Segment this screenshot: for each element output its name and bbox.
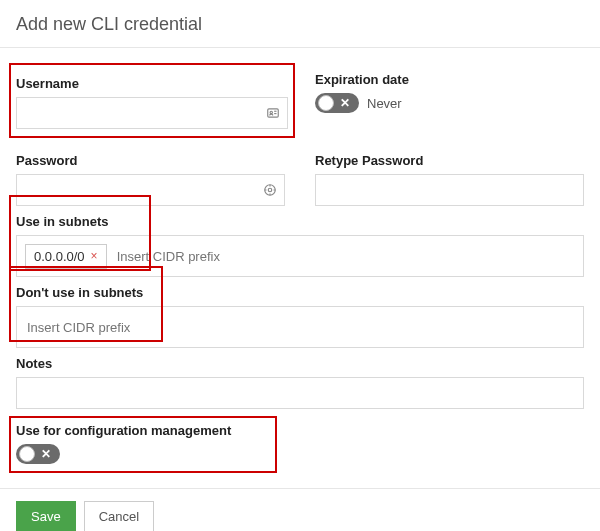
save-button[interactable]: Save — [16, 501, 76, 531]
use-in-subnets-input[interactable] — [115, 244, 575, 268]
col-expiration: Expiration date ✕ Never — [315, 64, 584, 137]
col-retype-password: Retype Password — [315, 145, 584, 206]
password-label: Password — [16, 153, 285, 168]
row-username-expiration: Username Expiration date ✕ — [16, 64, 584, 137]
dialog-footer: Save Cancel — [0, 488, 600, 531]
retype-password-label: Retype Password — [315, 153, 584, 168]
config-mgmt-toggle-line: ✕ — [16, 444, 270, 464]
highlight-dont-use-in-subnets-wrap — [16, 259, 162, 345]
highlight-dont-use-in-subnets — [10, 267, 162, 341]
cancel-button[interactable]: Cancel — [84, 501, 154, 531]
section-dont-use-in-subnets: Don't use in subnets — [16, 285, 584, 348]
expiration-toggle-line: ✕ Never — [315, 93, 584, 113]
retype-password-input[interactable] — [315, 174, 584, 206]
expiration-label: Expiration date — [315, 72, 584, 87]
svg-rect-0 — [268, 109, 279, 117]
svg-point-5 — [268, 188, 272, 192]
close-icon: ✕ — [340, 97, 350, 109]
username-input[interactable] — [16, 97, 288, 129]
col-username: Username — [16, 64, 285, 137]
highlight-use-in-subnets-wrap — [16, 188, 150, 274]
toggle-knob — [318, 95, 334, 111]
dialog-add-cli-credential: Add new CLI credential Username Expirati… — [0, 0, 600, 531]
svg-point-1 — [270, 111, 272, 113]
dialog-title: Add new CLI credential — [0, 0, 600, 48]
section-notes: Notes — [16, 356, 584, 409]
config-mgmt-label: Use for configuration management — [16, 423, 270, 438]
expiration-toggle[interactable]: ✕ — [315, 93, 359, 113]
toggle-knob — [19, 446, 35, 462]
highlight-config-mgmt: Use for configuration management ✕ — [10, 417, 276, 472]
close-icon: ✕ — [41, 448, 51, 460]
contact-card-icon[interactable] — [266, 106, 280, 120]
notes-input[interactable] — [16, 377, 584, 409]
form-body: Username Expiration date ✕ — [0, 48, 600, 488]
reveal-password-icon[interactable] — [263, 183, 277, 197]
highlight-use-in-subnets — [10, 196, 150, 270]
username-label: Username — [16, 76, 288, 91]
notes-label: Notes — [16, 356, 584, 371]
highlight-username: Username — [10, 64, 294, 137]
expiration-never-label: Never — [367, 96, 402, 111]
username-input-wrap — [16, 97, 288, 129]
config-mgmt-toggle[interactable]: ✕ — [16, 444, 60, 464]
